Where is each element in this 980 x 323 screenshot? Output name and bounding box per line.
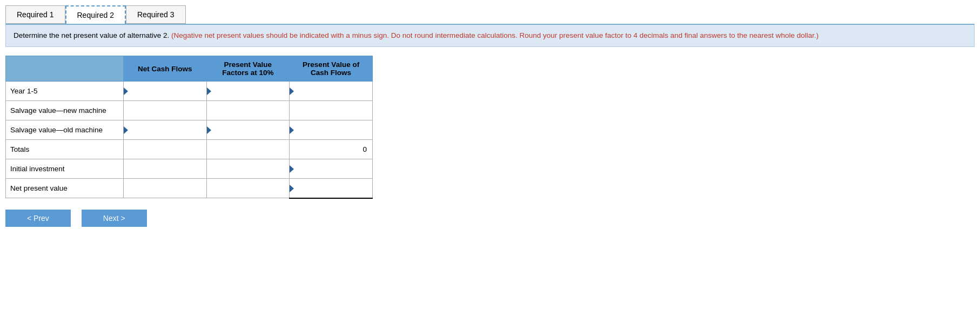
col1-cell-3[interactable]: [123, 140, 206, 159]
col-header-pv-factors: Present Value Factors at 10%: [206, 56, 290, 82]
col1-cell-5[interactable]: [123, 179, 206, 198]
col1-input-1[interactable]: [128, 106, 202, 115]
instruction-main-text: Determine the net present value of alter…: [14, 31, 171, 39]
col2-input-2[interactable]: [214, 126, 285, 134]
tab-required2[interactable]: Required 2: [65, 5, 126, 24]
col3-cell-5[interactable]: [290, 179, 373, 198]
col2-input-1[interactable]: [211, 106, 285, 115]
row-label-4: Initial investment: [6, 159, 124, 179]
bottom-buttons: < Prev Next >: [5, 210, 975, 227]
col3-input-1[interactable]: [294, 106, 368, 115]
col2-input-3[interactable]: [211, 145, 285, 153]
col3-cell-0[interactable]: [290, 82, 373, 101]
tabs-container: Required 1 Required 2 Required 3: [5, 5, 975, 24]
col3-cell-2[interactable]: [290, 120, 373, 140]
col1-cell-4[interactable]: [123, 159, 206, 179]
col2-cell-1[interactable]: [206, 101, 290, 120]
col1-cell-1[interactable]: [123, 101, 206, 120]
instruction-red-text: (Negative net present values should be i…: [171, 31, 818, 39]
row-label-5: Net present value: [6, 179, 124, 198]
col-header-net-cash-flows: Net Cash Flows: [123, 56, 206, 82]
tab-required1[interactable]: Required 1: [5, 5, 65, 24]
row-label-2: Salvage value—old machine: [6, 120, 124, 140]
col3-input-4[interactable]: [297, 165, 368, 173]
row-label-1: Salvage value—new machine: [6, 101, 124, 120]
col1-cell-0[interactable]: [123, 82, 206, 101]
prev-button[interactable]: < Prev: [5, 210, 71, 227]
col2-input-0[interactable]: [214, 87, 285, 95]
col2-cell-2[interactable]: [206, 120, 290, 140]
col1-cell-2[interactable]: [123, 120, 206, 140]
col3-cell-3: 0: [290, 140, 373, 159]
col-header-label: [6, 56, 124, 82]
col1-input-4[interactable]: [128, 165, 202, 173]
row-label-0: Year 1-5: [6, 82, 124, 101]
col2-cell-3[interactable]: [206, 140, 290, 159]
col-header-pv-cash-flows: Present Value of Cash Flows: [290, 56, 373, 82]
col3-cell-1[interactable]: [290, 101, 373, 120]
next-button[interactable]: Next >: [82, 210, 147, 227]
col1-input-5[interactable]: [128, 184, 202, 192]
col1-input-2[interactable]: [131, 126, 202, 134]
col2-input-4[interactable]: [211, 165, 285, 173]
col2-cell-4[interactable]: [206, 159, 290, 179]
col2-input-5[interactable]: [211, 184, 285, 192]
instruction-box: Determine the net present value of alter…: [5, 24, 975, 47]
col3-input-5[interactable]: [297, 184, 368, 192]
col2-cell-0[interactable]: [206, 82, 290, 101]
npv-table: Net Cash Flows Present Value Factors at …: [5, 56, 373, 199]
row-label-3: Totals: [6, 140, 124, 159]
col3-input-0[interactable]: [297, 87, 368, 95]
tab-required3[interactable]: Required 3: [126, 5, 186, 24]
col1-input-0[interactable]: [131, 87, 202, 95]
col3-cell-4[interactable]: [290, 159, 373, 179]
col2-cell-5[interactable]: [206, 179, 290, 198]
col3-input-2[interactable]: [297, 126, 368, 134]
col1-input-3[interactable]: [128, 145, 202, 153]
